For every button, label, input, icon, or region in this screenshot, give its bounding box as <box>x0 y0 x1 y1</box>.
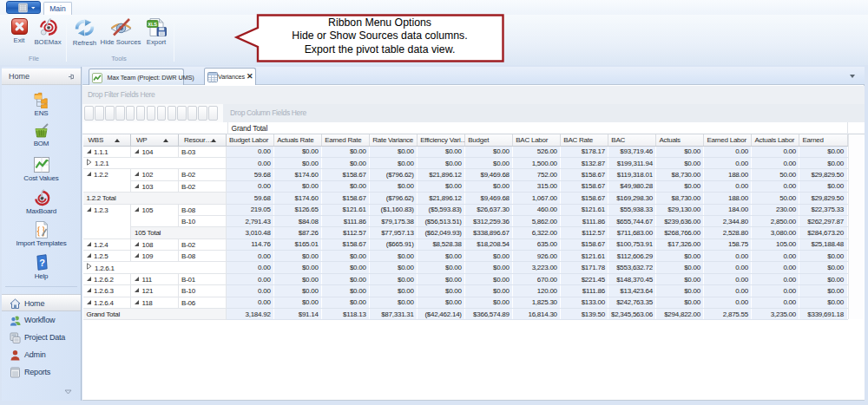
svg-text:XLS: XLS <box>148 22 157 27</box>
svg-text:?: ? <box>39 258 45 268</box>
